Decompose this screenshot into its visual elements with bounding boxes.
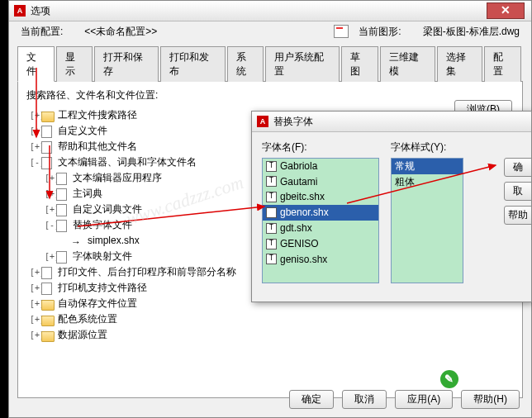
font-item-label: geniso.shx — [280, 253, 327, 267]
tab-打印和发布[interactable]: 打印和发布 — [160, 46, 225, 83]
font-item[interactable]: TGENISO — [263, 236, 378, 252]
tree-twisty[interactable]: [+] — [30, 126, 41, 135]
font-titlebar: A 替换字体 — [252, 112, 531, 132]
tree-twisty[interactable]: [+] — [45, 205, 56, 214]
font-type-icon: T — [266, 254, 277, 264]
page-icon — [41, 126, 55, 137]
app-icon: A — [14, 5, 26, 17]
tree-label: 配色系统位置 — [58, 312, 117, 326]
tree-label: 自动保存文件位置 — [58, 297, 137, 311]
tree-twisty[interactable]: [+] — [45, 189, 56, 198]
wechat-icon: ✎ — [440, 370, 458, 388]
tree-node[interactable]: [+]配色系统位置 — [26, 311, 514, 327]
tab-bar: 文件显示打开和保存打印和发布系统用户系统配置草图三维建模选择集配置 — [17, 45, 523, 83]
page-icon — [41, 267, 55, 278]
tree-twisty[interactable]: [+] — [45, 173, 56, 183]
tree-label: simplex.shx — [88, 234, 140, 248]
options-titlebar: A 选项 ✕ — [9, 1, 531, 21]
font-type-icon: T — [266, 239, 277, 249]
tab-显示[interactable]: 显示 — [56, 46, 93, 83]
page-icon — [41, 157, 55, 169]
page-icon — [56, 204, 69, 216]
font-name-list[interactable]: TGabriolaTGautamiTgbeitc.shxTgbenor.shxT… — [262, 158, 379, 283]
tab-配置[interactable]: 配置 — [484, 46, 521, 83]
tree-twisty[interactable]: [+] — [30, 142, 41, 151]
font-help-button[interactable]: 帮助 — [504, 206, 532, 225]
app-icon: A — [257, 116, 268, 127]
font-item[interactable]: Tgbeitc.shx — [263, 189, 378, 205]
folder-icon — [41, 330, 55, 341]
font-dialog: A 替换字体 字体名(F): TGabriolaTGautamiTgbeitc.… — [251, 111, 532, 302]
cancel-button[interactable]: 取消 — [342, 390, 387, 409]
font-item[interactable]: Tgbenor.shx — [263, 205, 378, 221]
tab-系统[interactable]: 系统 — [227, 46, 264, 83]
tree-node[interactable]: [+]数据源位置 — [26, 327, 514, 343]
folder-icon — [41, 298, 55, 310]
tree-twisty[interactable]: [+] — [30, 111, 41, 120]
tab-文件[interactable]: 文件 — [17, 46, 55, 83]
tab-选择集[interactable]: 选择集 — [437, 46, 483, 83]
font-item[interactable]: TGabriola — [263, 159, 378, 174]
font-style-label: 字体样式(Y): — [391, 140, 463, 154]
page-icon — [56, 251, 69, 263]
style-item[interactable]: 粗体 — [392, 174, 463, 190]
search-label: 搜索路径、文件名和文件位置: — [26, 88, 514, 102]
tree-label: 字体映射文件 — [73, 249, 132, 264]
page-icon — [56, 220, 69, 231]
font-type-icon: T — [266, 207, 277, 218]
options-title: 选项 — [31, 4, 50, 18]
close-button[interactable]: ✕ — [487, 2, 525, 19]
tab-草图[interactable]: 草图 — [341, 46, 378, 83]
watermark-text: CAD自学 — [463, 372, 507, 387]
font-cancel-button[interactable]: 取 — [504, 182, 532, 201]
tree-twisty[interactable]: [+] — [45, 252, 56, 261]
apply-button[interactable]: 应用(A) — [395, 390, 453, 409]
tree-label: 替换字体文件 — [73, 218, 132, 232]
page-icon — [41, 283, 55, 294]
tree-label: 帮助和其他文件名 — [58, 140, 137, 154]
arrow-icon: → — [71, 235, 84, 247]
page-icon — [41, 141, 55, 153]
tree-twisty[interactable]: [-] — [30, 158, 41, 167]
font-style-list[interactable]: 常规粗体 — [391, 158, 463, 283]
tree-label: 自定义词典文件 — [73, 202, 142, 216]
tree-label: 文本编辑器、词典和字体文件名 — [58, 155, 197, 169]
tab-用户系统配置[interactable]: 用户系统配置 — [265, 46, 340, 83]
font-item[interactable]: TGautami — [263, 174, 378, 190]
folder-icon — [41, 314, 55, 325]
font-type-icon: T — [266, 223, 277, 234]
help-button[interactable]: 帮助(H) — [461, 390, 520, 409]
tree-twisty[interactable]: [+] — [30, 283, 41, 292]
font-type-icon: T — [266, 161, 277, 172]
page-icon — [56, 173, 69, 184]
folder-icon — [41, 110, 55, 121]
drawing-label: 当前图形: — [359, 25, 401, 39]
drawing-value: 梁图-板图-标准层.dwg — [423, 25, 520, 39]
dialog-buttons: 确定 取消 应用(A) 帮助(H) — [289, 390, 520, 409]
tree-twisty[interactable]: [+] — [30, 268, 41, 277]
tree-label: 工程文件搜索路径 — [58, 108, 137, 122]
font-dialog-title: 替换字体 — [273, 115, 313, 129]
profile-value: <<未命名配置>> — [84, 25, 157, 39]
ok-button[interactable]: 确定 — [289, 390, 334, 409]
profile-label: 当前配置: — [21, 25, 63, 39]
font-item-label: Gautami — [280, 175, 317, 189]
tree-twisty[interactable]: [+] — [30, 330, 41, 340]
tab-三维建模[interactable]: 三维建模 — [380, 46, 435, 83]
font-name-label: 字体名(F): — [262, 140, 379, 154]
drawing-icon — [334, 25, 349, 38]
font-type-icon: T — [266, 176, 277, 187]
font-type-icon: T — [266, 192, 277, 202]
font-item[interactable]: Tgdt.shx — [263, 221, 378, 236]
tree-twisty[interactable]: [+] — [30, 299, 41, 308]
font-ok-button[interactable]: 确 — [504, 158, 532, 177]
style-item[interactable]: 常规 — [392, 159, 463, 174]
tree-twisty[interactable]: [+] — [30, 315, 41, 324]
font-item-label: gbenor.shx — [280, 206, 329, 220]
tree-label: 自定义文件 — [58, 124, 107, 138]
font-item-label: GENISO — [280, 237, 319, 251]
tree-label: 文本编辑器应用程序 — [73, 171, 162, 185]
tree-twisty[interactable]: [-] — [45, 221, 56, 230]
tab-打开和保存[interactable]: 打开和保存 — [94, 46, 159, 83]
font-item[interactable]: Tgeniso.shx — [263, 252, 378, 268]
